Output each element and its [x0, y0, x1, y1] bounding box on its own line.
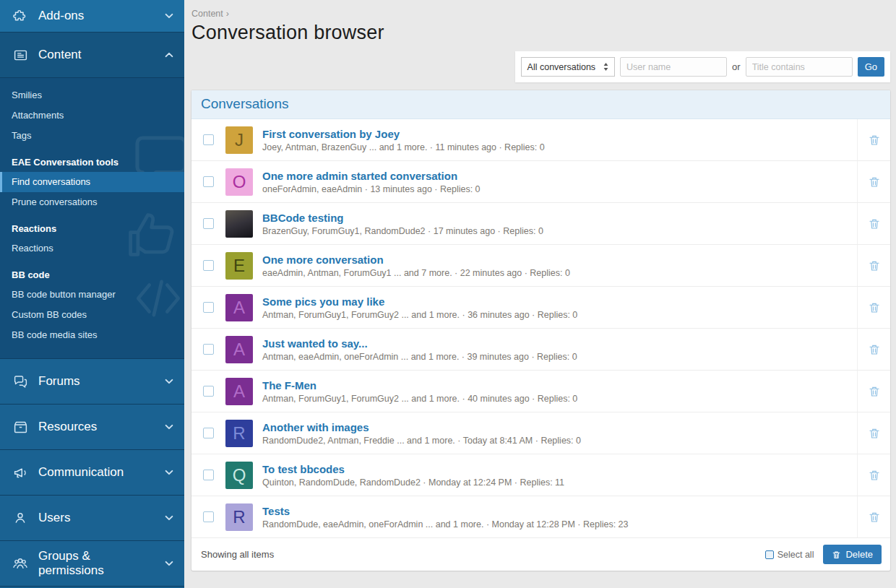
resources-icon: [12, 418, 29, 436]
conversation-meta: oneForAdmin, eaeAdmin · 13 minutes ago ·…: [262, 184, 857, 194]
conversation-row: EOne more conversationeaeAdmin, Antman, …: [191, 245, 890, 287]
delete-icon[interactable]: [868, 426, 881, 441]
sidebar-item-prune-conversations[interactable]: Prune conversations: [0, 192, 184, 212]
sidebar-section-items: SmiliesAttachmentsTagsEAE Conversation t…: [0, 78, 184, 359]
conversation-title-link[interactable]: Another with images: [262, 421, 857, 433]
conversation-info: Another with imagesRandomDude2, Antman, …: [262, 421, 857, 446]
sidebar-section-label: Groups & permissions: [38, 549, 155, 578]
conversation-meta: Antman, ForumGuy1, ForumGuy2 ... and 1 m…: [262, 310, 857, 320]
sidebar-item-tags[interactable]: Tags: [0, 126, 184, 146]
row-checkbox[interactable]: [203, 428, 214, 438]
delete-icon[interactable]: [868, 175, 881, 189]
panel-footer: Showing all items Select all Delete: [191, 538, 890, 571]
sidebar-header-add-ons[interactable]: Add-ons: [0, 0, 184, 33]
conversation-title-link[interactable]: Some pics you may like: [262, 295, 857, 308]
row-delete-cell: [857, 496, 890, 537]
chevron-down-icon: [164, 558, 174, 568]
sidebar-item-find-conversations[interactable]: Find conversations: [0, 172, 184, 192]
filter-controls: All conversations or Go: [515, 51, 890, 82]
row-checkbox[interactable]: [203, 260, 214, 271]
delete-icon[interactable]: [868, 384, 881, 399]
delete-button-label: Delete: [845, 549, 873, 560]
sidebar-item-bb-code-button-manager[interactable]: BB code button manager: [0, 285, 184, 305]
sidebar-item-attachments[interactable]: Attachments: [0, 105, 184, 126]
conversation-title-link[interactable]: Just wanted to say...: [262, 337, 857, 350]
delete-icon[interactable]: [868, 133, 881, 147]
trash-icon: [832, 550, 841, 560]
row-checkbox[interactable]: [203, 511, 214, 522]
conversation-title-link[interactable]: First conversation by Joey: [262, 128, 857, 140]
select-updown-icon: [603, 62, 609, 72]
avatar: R: [225, 503, 253, 531]
row-checkbox[interactable]: [203, 218, 214, 229]
select-all-checkbox[interactable]: [765, 550, 774, 559]
conversation-meta: Quinton, RandomDude, RandomDude2 · Monda…: [262, 477, 857, 488]
sidebar-group-heading-eae-conversation-tools: EAE Conversation tools: [0, 146, 184, 172]
sidebar-item-custom-bb-codes[interactable]: Custom BB codes: [0, 305, 184, 325]
delete-icon[interactable]: [868, 342, 881, 357]
avatar: A: [225, 294, 253, 321]
row-checkbox[interactable]: [203, 302, 214, 313]
avatar-photo: [225, 210, 253, 238]
delete-button[interactable]: Delete: [823, 545, 882, 564]
conversation-title-link[interactable]: Tests: [262, 505, 857, 517]
row-delete-cell: [857, 245, 890, 286]
conversation-row: AJust wanted to say...Antman, eaeAdmin, …: [191, 329, 890, 371]
conversation-meta: Joey, Antman, BrazenGuy ... and 1 more. …: [262, 142, 857, 152]
delete-icon[interactable]: [868, 301, 881, 315]
conversation-title-link[interactable]: The F-Men: [262, 379, 857, 392]
row-checkbox[interactable]: [203, 386, 214, 397]
delete-icon[interactable]: [868, 468, 881, 483]
row-checkbox[interactable]: [203, 470, 214, 480]
row-delete-cell: [857, 287, 890, 328]
breadcrumb-item-content[interactable]: Content: [191, 9, 223, 19]
sidebar-header-groups-permissions[interactable]: Groups & permissions: [0, 541, 184, 587]
conversation-type-select[interactable]: All conversations: [521, 57, 616, 77]
conversation-title-link[interactable]: One more admin started conversation: [262, 170, 857, 182]
sidebar-header-resources[interactable]: Resources: [0, 405, 184, 450]
row-checkbox[interactable]: [203, 344, 214, 355]
row-delete-cell: [857, 412, 890, 454]
sidebar-section-add-ons: Add-ons: [0, 0, 184, 33]
groups-icon: [12, 555, 29, 572]
conversation-info: To test bbcodesQuinton, RandomDude, Rand…: [262, 463, 857, 488]
row-checkbox[interactable]: [203, 176, 214, 187]
sidebar-section-communication: Communication: [0, 450, 184, 496]
conversation-title-link[interactable]: BBCode testing: [262, 212, 857, 224]
chevron-up-icon: [164, 50, 174, 60]
go-button[interactable]: Go: [858, 57, 884, 77]
avatar: Q: [225, 462, 253, 489]
row-delete-cell: [857, 203, 890, 244]
communication-icon: [12, 464, 29, 481]
conversation-row: ASome pics you may likeAntman, ForumGuy1…: [191, 287, 890, 329]
delete-icon[interactable]: [868, 510, 881, 524]
avatar: E: [225, 252, 253, 280]
panel-header: Conversations: [191, 90, 890, 119]
sidebar-item-smilies[interactable]: Smilies: [0, 85, 184, 105]
sidebar-header-communication[interactable]: Communication: [0, 450, 184, 496]
conversation-info: TestsRandomDude, eaeAdmin, oneForAdmin .…: [262, 505, 857, 529]
conversation-title-link[interactable]: One more conversation: [262, 254, 857, 266]
user-name-input[interactable]: [620, 57, 727, 77]
title-contains-input[interactable]: [746, 57, 853, 77]
select-all[interactable]: Select all: [765, 550, 814, 560]
select-all-label: Select all: [777, 550, 814, 560]
delete-icon[interactable]: [868, 259, 881, 273]
conversation-row: RTestsRandomDude, eaeAdmin, oneForAdmin …: [191, 496, 890, 538]
sidebar-section-label: Forums: [38, 374, 155, 389]
conversation-info: One more conversationeaeAdmin, Antman, F…: [262, 254, 857, 278]
sidebar-section-label: Content: [38, 48, 155, 62]
row-checkbox[interactable]: [203, 134, 214, 145]
sidebar-header-users[interactable]: Users: [0, 496, 184, 541]
sidebar-header-forums[interactable]: Forums: [0, 359, 184, 405]
avatar: A: [225, 336, 253, 363]
sidebar-item-reactions[interactable]: Reactions: [0, 238, 184, 259]
conversation-info: First conversation by JoeyJoey, Antman, …: [262, 128, 857, 152]
conversation-title-link[interactable]: To test bbcodes: [262, 463, 857, 475]
sidebar-item-bb-code-media-sites[interactable]: BB code media sites: [0, 325, 184, 345]
filter-bar: All conversations or Go: [191, 51, 890, 82]
avatar: A: [225, 378, 253, 405]
sidebar-header-content[interactable]: Content: [0, 33, 184, 78]
conversations-panel: Conversations JFirst conversation by Joe…: [191, 90, 890, 571]
delete-icon[interactable]: [868, 217, 881, 231]
